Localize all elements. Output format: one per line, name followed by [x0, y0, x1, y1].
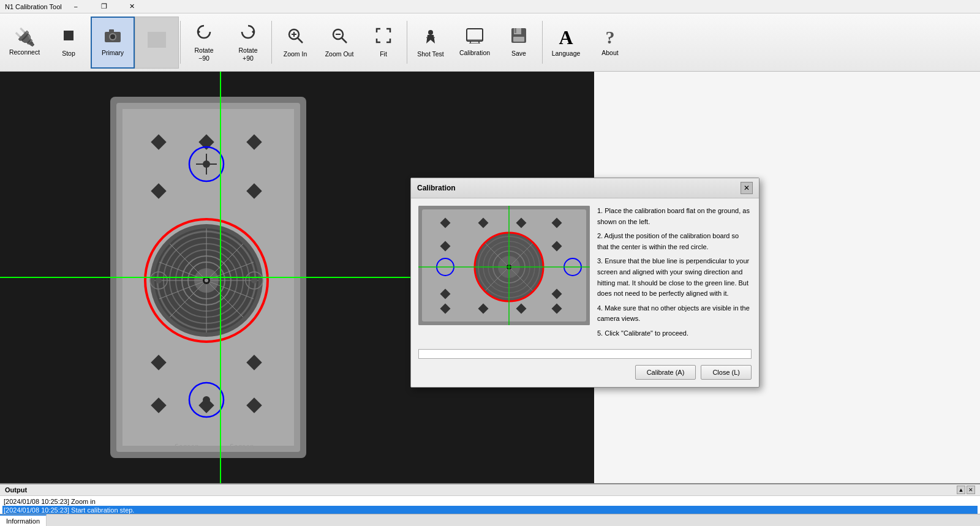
stop-label: Stop: [62, 50, 75, 58]
svg-point-63: [203, 396, 210, 404]
svg-rect-5: [148, 32, 166, 48]
stop-button[interactable]: Stop: [47, 17, 91, 69]
output-content: [2024/01/08 10:25:23] Zoom in [2024/01/0…: [0, 496, 980, 514]
shot-test-button[interactable]: Shot Test: [409, 17, 453, 69]
toolbar-separator-4: [542, 21, 543, 64]
toolbar-separator-3: [407, 21, 407, 64]
secondary-button[interactable]: [135, 17, 179, 69]
svg-marker-6: [198, 29, 200, 34]
rotate-right-icon: [239, 23, 257, 44]
shot-test-label: Shot Test: [417, 50, 444, 58]
svg-text:Screen: Screen: [230, 443, 254, 451]
svg-rect-23: [514, 28, 516, 33]
svg-point-15: [428, 30, 433, 35]
save-button[interactable]: Save: [497, 17, 541, 69]
zoom-out-label: Zoom Out: [325, 50, 354, 58]
zoom-in-label: Zoom In: [284, 50, 307, 58]
svg-line-9: [298, 38, 303, 43]
svg-point-3: [110, 34, 115, 39]
close-button[interactable]: ✕: [118, 0, 146, 13]
calibration-icon: [466, 28, 484, 47]
secondary-icon: [148, 32, 166, 51]
toolbar: 🔌 Reconnect Stop Primary: [0, 13, 980, 72]
language-button[interactable]: A Language: [544, 17, 588, 69]
zoom-in-icon: [286, 26, 304, 48]
language-icon: A: [559, 28, 573, 47]
dialog-board-image: [418, 206, 590, 325]
calibration-dialog: Calibration ✕: [410, 178, 760, 388]
toolbar-separator-2: [271, 21, 272, 64]
tab-information[interactable]: Information: [0, 514, 47, 526]
reconnect-button[interactable]: 🔌 Reconnect: [2, 17, 47, 69]
zoom-in-button[interactable]: Zoom In: [273, 17, 317, 69]
fit-button[interactable]: Fit: [361, 17, 405, 69]
output-line-2: [2024/01/08 10:25:23] Start calibration …: [2, 506, 978, 514]
zoom-out-button[interactable]: Zoom Out: [317, 17, 361, 69]
dialog-title: Calibration: [417, 184, 456, 192]
dialog-buttons: Calibrate (A) Close (L): [418, 365, 752, 380]
save-icon: [510, 27, 527, 47]
primary-camera-icon: [104, 28, 122, 47]
fit-label: Fit: [380, 50, 387, 58]
about-button[interactable]: ? About: [588, 17, 632, 69]
output-tabs: Information: [0, 514, 980, 526]
title-bar: N1 Calibration Tool − ❐ ✕: [0, 0, 980, 13]
calibrate-button[interactable]: Calibrate (A): [635, 365, 696, 380]
close-dialog-button[interactable]: Close (L): [701, 365, 752, 380]
about-icon: ?: [606, 28, 615, 47]
instruction-5: 5. Click "Calibrate" to proceed.: [597, 328, 752, 339]
instruction-4: 4. Make sure that no other objects are v…: [597, 303, 752, 325]
dialog-board-svg: [418, 206, 590, 325]
rotate-pos90-label: Rotate+90: [239, 47, 258, 62]
dialog-body: 1. Place the calibration board flat on t…: [411, 198, 759, 387]
app-title: N1 Calibration Tool: [5, 3, 62, 10]
calibration-progress-bar: [418, 349, 752, 359]
reconnect-icon: 🔌: [14, 29, 36, 46]
fit-icon: [374, 26, 393, 48]
window-controls: − ❐ ✕: [62, 0, 146, 13]
instruction-2: 2. Adjust the position of the calibratio…: [597, 231, 752, 252]
calibration-label: Calibration: [459, 49, 490, 57]
instruction-3: 3. Ensure that the blue line is perpendi…: [597, 256, 752, 299]
svg-rect-16: [467, 29, 483, 41]
dialog-instructions: 1. Place the calibration board flat on t…: [597, 206, 752, 343]
rotate-left-icon: [195, 23, 213, 44]
rotate-pos90-button[interactable]: Rotate+90: [226, 17, 270, 69]
instruction-1: 1. Place the calibration board flat on t…: [597, 206, 752, 227]
about-label: About: [601, 49, 618, 57]
svg-text:Screen: Screen: [175, 443, 199, 451]
svg-point-61: [251, 277, 257, 284]
calibration-button[interactable]: Calibration: [453, 17, 497, 69]
dialog-title-bar: Calibration ✕: [411, 178, 759, 198]
stop-icon: [60, 27, 77, 47]
language-label: Language: [552, 50, 581, 58]
dialog-content-area: 1. Place the calibration board flat on t…: [418, 206, 752, 343]
output-close-button[interactable]: ✕: [967, 486, 975, 494]
svg-rect-0: [64, 31, 74, 40]
output-header-controls: ▲ ✕: [957, 486, 975, 494]
svg-point-60: [156, 277, 162, 284]
output-float-button[interactable]: ▲: [957, 486, 965, 494]
primary-button[interactable]: Primary: [91, 17, 135, 69]
shot-test-icon: [421, 26, 440, 48]
reconnect-label: Reconnect: [9, 48, 40, 56]
svg-point-49: [205, 279, 208, 282]
output-panel: Output ▲ ✕ [2024/01/08 10:25:23] Zoom in…: [0, 483, 980, 526]
output-line-1: [2024/01/08 10:25:23] Zoom in: [2, 497, 978, 506]
restore-button[interactable]: ❐: [90, 0, 118, 13]
minimize-button[interactable]: −: [62, 0, 90, 13]
svg-line-13: [342, 38, 347, 43]
zoom-out-icon: [330, 26, 349, 48]
primary-label: Primary: [102, 49, 124, 57]
output-title: Output: [5, 486, 27, 494]
rotate-neg90-button[interactable]: Rotate−90: [182, 17, 226, 69]
dialog-close-x-button[interactable]: ✕: [741, 182, 753, 194]
toolbar-separator-1: [180, 21, 181, 64]
crosshair-vertical: [220, 72, 221, 483]
svg-marker-7: [252, 29, 254, 34]
rotate-neg90-label: Rotate−90: [195, 47, 214, 62]
svg-rect-24: [513, 37, 524, 42]
output-header: Output ▲ ✕: [0, 484, 980, 496]
svg-rect-4: [109, 29, 114, 32]
save-label: Save: [511, 50, 526, 58]
